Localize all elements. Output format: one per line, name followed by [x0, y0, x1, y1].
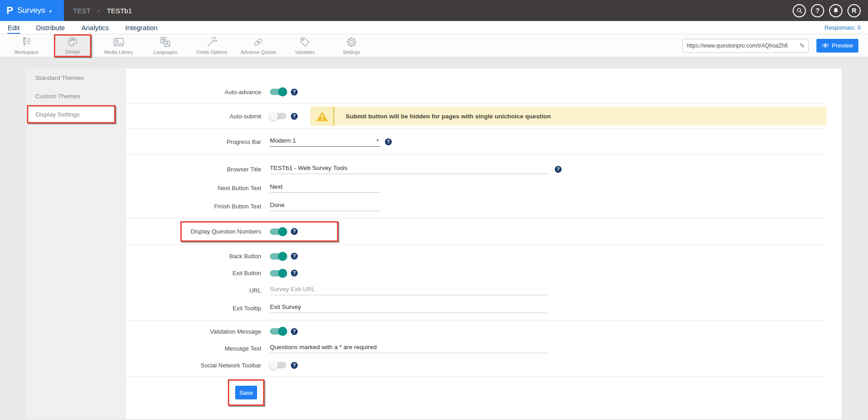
back-button-toggle[interactable] — [270, 253, 286, 260]
sidebar-item-display-settings[interactable]: Display Settings — [28, 106, 114, 122]
social-network-toolbar-toggle[interactable] — [270, 362, 286, 368]
finish-options-icon — [206, 36, 218, 48]
search-icon — [796, 7, 803, 14]
page-background: Standard Themes Custom Themes Display Se… — [0, 57, 868, 419]
breadcrumb-parent[interactable]: TEST — [73, 7, 90, 15]
search-button[interactable] — [793, 4, 806, 17]
back-button-label: Back Button — [126, 253, 270, 260]
toolbar-item-media-library[interactable]: Media Library — [98, 34, 140, 57]
back-button-help-icon[interactable]: ? — [291, 253, 298, 260]
survey-url-box: ✎ — [682, 39, 809, 53]
breadcrumb-current: TESTb1 — [107, 7, 132, 15]
sidebar-item-standard-themes[interactable]: Standard Themes — [26, 69, 126, 87]
display-question-numbers-toggle[interactable] — [270, 229, 286, 235]
toolbar-item-advance-quotas[interactable]: Advance Quotas — [237, 34, 279, 57]
browser-title-help-icon[interactable]: ? — [555, 166, 562, 173]
exit-button-label: Exit Button — [126, 270, 270, 276]
message-text-row: Message Text — [126, 340, 842, 357]
help-icon: ? — [815, 7, 820, 14]
auto-advance-row: Auto-advance ? — [126, 83, 842, 101]
help-button[interactable]: ? — [811, 4, 824, 17]
toolbar-label: Variables — [295, 49, 315, 55]
exit-button-help-icon[interactable]: ? — [291, 270, 298, 276]
workspace-icon — [21, 36, 32, 48]
validation-message-row: Validation Message ? — [126, 323, 842, 340]
exit-url-label: URL — [126, 287, 270, 294]
auto-submit-toggle[interactable] — [270, 113, 286, 119]
toolbar-label: Workspace — [15, 49, 38, 55]
auto-submit-warning-text: Submit button will be hidden for pages w… — [346, 113, 551, 120]
toolbar-item-settings[interactable]: Settings — [331, 34, 373, 57]
preview-button[interactable]: Preview — [816, 39, 858, 53]
tab-edit[interactable]: Edit — [7, 23, 20, 34]
warning-triangle-icon — [316, 111, 328, 122]
tab-distribute[interactable]: Distribute — [36, 23, 65, 34]
message-text-input[interactable] — [270, 344, 547, 353]
next-button-text-input[interactable] — [270, 183, 380, 193]
exit-button-toggle[interactable] — [270, 270, 286, 276]
auto-submit-help-icon[interactable]: ? — [291, 113, 298, 120]
social-network-toolbar-help-icon[interactable]: ? — [291, 362, 298, 369]
finish-button-text-input[interactable] — [270, 202, 380, 211]
sidebar-item-custom-themes[interactable]: Custom Themes — [26, 87, 126, 105]
auto-advance-toggle[interactable] — [270, 89, 286, 95]
divider — [126, 154, 826, 155]
settings-gear-icon — [346, 36, 358, 48]
tab-integration[interactable]: Integration — [125, 23, 158, 34]
survey-url-input[interactable] — [687, 43, 797, 49]
auto-submit-row: Auto-submit ? Submit button will be hidd… — [126, 106, 842, 126]
save-button[interactable]: Save — [235, 386, 257, 399]
auto-advance-label: Auto-advance — [126, 89, 270, 96]
next-button-text-row: Next Button Text — [126, 179, 842, 197]
social-network-toolbar-label: Social Network Toolbar — [126, 362, 270, 369]
toolbar-item-workspace[interactable]: Workspace — [5, 34, 47, 57]
exit-tooltip-label: Exit Tooltip — [126, 305, 270, 312]
display-question-numbers-help-icon[interactable]: ? — [291, 228, 298, 235]
divider — [126, 103, 826, 104]
design-highlight-box: Design — [54, 34, 91, 57]
toolbar-item-languages[interactable]: Languages — [144, 34, 186, 57]
questionpro-logo-icon: P — [6, 5, 13, 16]
media-library-icon — [113, 36, 125, 48]
edit-url-pencil-icon[interactable]: ✎ — [800, 42, 805, 49]
auto-submit-warning-banner: Submit button will be hidden for pages w… — [310, 106, 826, 126]
auto-submit-label: Auto-submit — [126, 113, 270, 120]
browser-title-input[interactable] — [270, 165, 547, 174]
preview-button-label: Preview — [832, 42, 853, 49]
survey-toolbar: Workspace Design Media Library — [0, 34, 868, 57]
responses-count[interactable]: Responses: 0 — [825, 24, 861, 34]
social-network-toolbar-row: Social Network Toolbar ? — [126, 357, 842, 373]
toolbar-label: Finish Options — [196, 49, 227, 55]
avatar-initial: R — [852, 7, 856, 14]
display-settings-highlight-box: Display Settings — [27, 105, 116, 123]
avatar[interactable]: R — [847, 4, 861, 17]
auto-advance-help-icon[interactable]: ? — [291, 89, 298, 96]
toolbar-label: Advance Quotas — [241, 49, 276, 55]
progress-bar-row: Progress Bar Modern 1 ▾ ? — [126, 132, 842, 152]
save-highlight-box: Save — [228, 379, 264, 406]
surveys-menu[interactable]: P Surveys ▾ — [0, 0, 64, 21]
progress-bar-select[interactable]: Modern 1 ▾ — [270, 137, 380, 147]
toolbar-item-variables[interactable]: Variables — [284, 34, 326, 57]
notifications-button[interactable] — [829, 4, 842, 17]
toolbar-label: Media Library — [104, 49, 133, 55]
validation-message-help-icon[interactable]: ? — [291, 328, 298, 335]
toolbar-item-finish-options[interactable]: Finish Options — [191, 34, 233, 57]
exit-url-input[interactable] — [270, 286, 547, 295]
breadcrumb: TEST › TESTb1 — [73, 7, 132, 15]
divider — [126, 320, 826, 320]
chevron-down-icon: ▾ — [376, 138, 379, 143]
back-button-row: Back Button ? — [126, 248, 842, 265]
breadcrumb-separator-icon: › — [97, 7, 100, 14]
design-settings-panel: Standard Themes Custom Themes Display Se… — [26, 69, 842, 419]
progress-bar-help-icon[interactable]: ? — [385, 138, 392, 145]
tab-analytics[interactable]: Analytics — [81, 23, 109, 34]
divider — [126, 218, 826, 218]
surveys-menu-label: Surveys — [17, 6, 45, 15]
validation-message-toggle[interactable] — [270, 328, 286, 335]
exit-tooltip-input[interactable] — [270, 303, 547, 313]
toolbar-item-design[interactable]: Design — [55, 36, 90, 56]
toolbar-label: Settings — [343, 49, 360, 55]
exit-tooltip-row: Exit Tooltip — [126, 299, 842, 317]
exit-button-row: Exit Button ? — [126, 265, 842, 282]
